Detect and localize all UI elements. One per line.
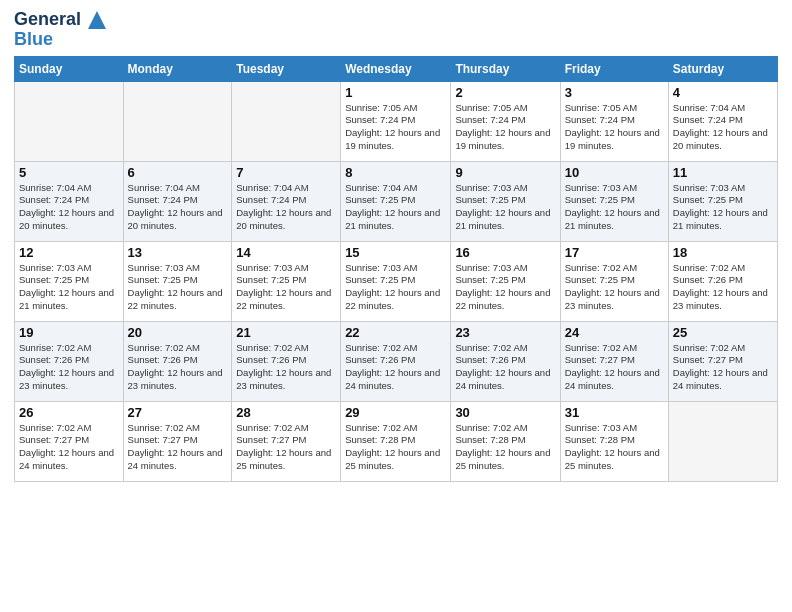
day-info: Sunrise: 7:03 AMSunset: 7:28 PMDaylight:…: [565, 422, 664, 473]
day-number: 24: [565, 325, 664, 340]
day-number: 11: [673, 165, 773, 180]
day-number: 2: [455, 85, 555, 100]
calendar-cell: 30Sunrise: 7:02 AMSunset: 7:28 PMDayligh…: [451, 401, 560, 481]
calendar-cell: 31Sunrise: 7:03 AMSunset: 7:28 PMDayligh…: [560, 401, 668, 481]
day-number: 15: [345, 245, 446, 260]
day-info: Sunrise: 7:02 AMSunset: 7:26 PMDaylight:…: [128, 342, 228, 393]
header: General Blue: [14, 10, 778, 50]
calendar-cell: 7Sunrise: 7:04 AMSunset: 7:24 PMDaylight…: [232, 161, 341, 241]
day-number: 7: [236, 165, 336, 180]
day-number: 26: [19, 405, 119, 420]
calendar-cell: 6Sunrise: 7:04 AMSunset: 7:24 PMDaylight…: [123, 161, 232, 241]
day-info: Sunrise: 7:03 AMSunset: 7:25 PMDaylight:…: [455, 262, 555, 313]
day-info: Sunrise: 7:03 AMSunset: 7:25 PMDaylight:…: [19, 262, 119, 313]
calendar-cell: 24Sunrise: 7:02 AMSunset: 7:27 PMDayligh…: [560, 321, 668, 401]
calendar-cell: 3Sunrise: 7:05 AMSunset: 7:24 PMDaylight…: [560, 81, 668, 161]
day-info: Sunrise: 7:02 AMSunset: 7:25 PMDaylight:…: [565, 262, 664, 313]
day-info: Sunrise: 7:03 AMSunset: 7:25 PMDaylight:…: [673, 182, 773, 233]
day-number: 30: [455, 405, 555, 420]
day-number: 12: [19, 245, 119, 260]
weekday-header-monday: Monday: [123, 56, 232, 81]
day-number: 19: [19, 325, 119, 340]
day-info: Sunrise: 7:05 AMSunset: 7:24 PMDaylight:…: [565, 102, 664, 153]
day-number: 8: [345, 165, 446, 180]
day-number: 22: [345, 325, 446, 340]
day-info: Sunrise: 7:02 AMSunset: 7:28 PMDaylight:…: [345, 422, 446, 473]
day-number: 4: [673, 85, 773, 100]
weekday-header-friday: Friday: [560, 56, 668, 81]
calendar-cell: 22Sunrise: 7:02 AMSunset: 7:26 PMDayligh…: [341, 321, 451, 401]
day-info: Sunrise: 7:04 AMSunset: 7:25 PMDaylight:…: [345, 182, 446, 233]
day-info: Sunrise: 7:03 AMSunset: 7:25 PMDaylight:…: [455, 182, 555, 233]
week-row-3: 12Sunrise: 7:03 AMSunset: 7:25 PMDayligh…: [15, 241, 778, 321]
day-number: 18: [673, 245, 773, 260]
logo-blue: Blue: [14, 30, 106, 50]
calendar-cell: 20Sunrise: 7:02 AMSunset: 7:26 PMDayligh…: [123, 321, 232, 401]
day-number: 29: [345, 405, 446, 420]
calendar-cell: 9Sunrise: 7:03 AMSunset: 7:25 PMDaylight…: [451, 161, 560, 241]
calendar-cell: 19Sunrise: 7:02 AMSunset: 7:26 PMDayligh…: [15, 321, 124, 401]
day-info: Sunrise: 7:02 AMSunset: 7:27 PMDaylight:…: [236, 422, 336, 473]
calendar-cell: 17Sunrise: 7:02 AMSunset: 7:25 PMDayligh…: [560, 241, 668, 321]
day-number: 5: [19, 165, 119, 180]
day-number: 27: [128, 405, 228, 420]
day-info: Sunrise: 7:02 AMSunset: 7:27 PMDaylight:…: [673, 342, 773, 393]
weekday-header-wednesday: Wednesday: [341, 56, 451, 81]
day-number: 1: [345, 85, 446, 100]
day-number: 31: [565, 405, 664, 420]
page: General Blue SundayMondayTuesdayWednesda…: [0, 0, 792, 612]
day-number: 13: [128, 245, 228, 260]
calendar-cell: 21Sunrise: 7:02 AMSunset: 7:26 PMDayligh…: [232, 321, 341, 401]
calendar-cell: 28Sunrise: 7:02 AMSunset: 7:27 PMDayligh…: [232, 401, 341, 481]
calendar: SundayMondayTuesdayWednesdayThursdayFrid…: [14, 56, 778, 482]
calendar-cell: 13Sunrise: 7:03 AMSunset: 7:25 PMDayligh…: [123, 241, 232, 321]
day-info: Sunrise: 7:04 AMSunset: 7:24 PMDaylight:…: [128, 182, 228, 233]
day-info: Sunrise: 7:03 AMSunset: 7:25 PMDaylight:…: [565, 182, 664, 233]
calendar-cell: 1Sunrise: 7:05 AMSunset: 7:24 PMDaylight…: [341, 81, 451, 161]
day-info: Sunrise: 7:05 AMSunset: 7:24 PMDaylight:…: [345, 102, 446, 153]
week-row-2: 5Sunrise: 7:04 AMSunset: 7:24 PMDaylight…: [15, 161, 778, 241]
weekday-header-row: SundayMondayTuesdayWednesdayThursdayFrid…: [15, 56, 778, 81]
calendar-cell: 25Sunrise: 7:02 AMSunset: 7:27 PMDayligh…: [668, 321, 777, 401]
calendar-cell: 12Sunrise: 7:03 AMSunset: 7:25 PMDayligh…: [15, 241, 124, 321]
weekday-header-thursday: Thursday: [451, 56, 560, 81]
calendar-cell: 2Sunrise: 7:05 AMSunset: 7:24 PMDaylight…: [451, 81, 560, 161]
day-number: 16: [455, 245, 555, 260]
calendar-cell: 10Sunrise: 7:03 AMSunset: 7:25 PMDayligh…: [560, 161, 668, 241]
calendar-cell: 8Sunrise: 7:04 AMSunset: 7:25 PMDaylight…: [341, 161, 451, 241]
weekday-header-sunday: Sunday: [15, 56, 124, 81]
day-info: Sunrise: 7:04 AMSunset: 7:24 PMDaylight:…: [673, 102, 773, 153]
week-row-1: 1Sunrise: 7:05 AMSunset: 7:24 PMDaylight…: [15, 81, 778, 161]
day-info: Sunrise: 7:02 AMSunset: 7:26 PMDaylight:…: [673, 262, 773, 313]
calendar-cell: 29Sunrise: 7:02 AMSunset: 7:28 PMDayligh…: [341, 401, 451, 481]
calendar-cell: 11Sunrise: 7:03 AMSunset: 7:25 PMDayligh…: [668, 161, 777, 241]
day-number: 20: [128, 325, 228, 340]
calendar-cell: 26Sunrise: 7:02 AMSunset: 7:27 PMDayligh…: [15, 401, 124, 481]
week-row-4: 19Sunrise: 7:02 AMSunset: 7:26 PMDayligh…: [15, 321, 778, 401]
logo-icon: [88, 11, 106, 29]
day-info: Sunrise: 7:04 AMSunset: 7:24 PMDaylight:…: [236, 182, 336, 233]
day-info: Sunrise: 7:03 AMSunset: 7:25 PMDaylight:…: [128, 262, 228, 313]
calendar-cell: [123, 81, 232, 161]
calendar-cell: [15, 81, 124, 161]
day-info: Sunrise: 7:02 AMSunset: 7:26 PMDaylight:…: [236, 342, 336, 393]
calendar-cell: [668, 401, 777, 481]
calendar-cell: 18Sunrise: 7:02 AMSunset: 7:26 PMDayligh…: [668, 241, 777, 321]
svg-marker-0: [88, 11, 106, 29]
day-number: 14: [236, 245, 336, 260]
day-number: 10: [565, 165, 664, 180]
calendar-cell: 27Sunrise: 7:02 AMSunset: 7:27 PMDayligh…: [123, 401, 232, 481]
day-info: Sunrise: 7:04 AMSunset: 7:24 PMDaylight:…: [19, 182, 119, 233]
calendar-cell: 4Sunrise: 7:04 AMSunset: 7:24 PMDaylight…: [668, 81, 777, 161]
day-info: Sunrise: 7:03 AMSunset: 7:25 PMDaylight:…: [236, 262, 336, 313]
weekday-header-saturday: Saturday: [668, 56, 777, 81]
day-info: Sunrise: 7:03 AMSunset: 7:25 PMDaylight:…: [345, 262, 446, 313]
calendar-cell: 14Sunrise: 7:03 AMSunset: 7:25 PMDayligh…: [232, 241, 341, 321]
calendar-cell: 15Sunrise: 7:03 AMSunset: 7:25 PMDayligh…: [341, 241, 451, 321]
logo-general: General: [14, 10, 106, 30]
day-info: Sunrise: 7:02 AMSunset: 7:26 PMDaylight:…: [455, 342, 555, 393]
logo: General Blue: [14, 10, 106, 50]
calendar-cell: 23Sunrise: 7:02 AMSunset: 7:26 PMDayligh…: [451, 321, 560, 401]
day-info: Sunrise: 7:02 AMSunset: 7:26 PMDaylight:…: [19, 342, 119, 393]
week-row-5: 26Sunrise: 7:02 AMSunset: 7:27 PMDayligh…: [15, 401, 778, 481]
